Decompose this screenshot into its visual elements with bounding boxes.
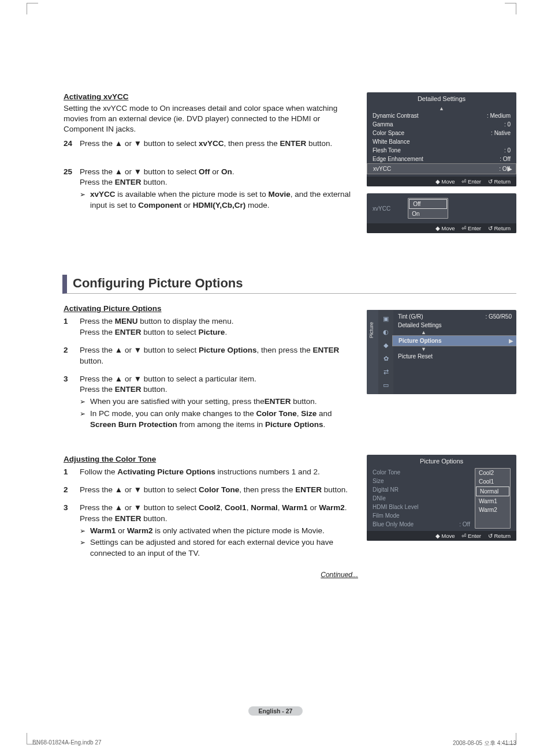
crop-mark xyxy=(27,3,38,14)
scroll-up-icon: ▲ xyxy=(398,330,512,335)
step-body: Press the ▲ or ▼ button to select a part… xyxy=(80,374,358,431)
osd-option-off: Off xyxy=(409,199,447,209)
osd-dropdown: Cool2 Cool1 Normal Warm1 Warm2 xyxy=(475,468,511,529)
osd-selected-row: xvYCC: Off▶ xyxy=(367,163,516,174)
osd-option: Warm1 xyxy=(475,497,510,506)
osd-title: Detailed Settings xyxy=(367,92,516,104)
step-number: 3 xyxy=(64,503,80,559)
subsection-adjusting-color-tone: Adjusting the Color Tone xyxy=(64,455,358,463)
icon-application: ▭ xyxy=(378,379,393,392)
step-number: 3 xyxy=(64,374,80,431)
step-body: Press the ▲ or ▼ button to select xvYCC,… xyxy=(80,139,358,149)
step-number: 25 xyxy=(64,167,80,212)
osd-footer: ◆ Move⏎ Enter↺ Return xyxy=(367,531,516,541)
step-number: 1 xyxy=(64,467,80,478)
print-timestamp: 2008-08-05 오후 4:41:13 xyxy=(453,739,516,747)
note-arrow-icon: ➢ xyxy=(80,396,90,407)
step-number: 2 xyxy=(64,345,80,367)
chevron-right-icon: ▶ xyxy=(508,166,512,172)
osd-option: Warm2 xyxy=(475,506,510,514)
osd-option-selected: Normal xyxy=(476,486,509,496)
osd-title: Picture Options xyxy=(367,455,516,467)
chevron-right-icon: ▶ xyxy=(509,338,513,344)
osd-footer: ◆ Move⏎ Enter↺ Return xyxy=(367,223,516,233)
osd-detailed-settings: Detailed Settings ▲ Dynamic Contrast: Me… xyxy=(367,92,516,186)
step-body: Press the ▲ or ▼ button to select Color … xyxy=(80,485,358,496)
page-number-pill: English - 27 xyxy=(248,706,303,716)
section-title: Configuring Picture Options xyxy=(62,275,516,294)
note-arrow-icon: ➢ xyxy=(80,409,90,431)
osd-footer: ◆ Move⏎ Enter↺ Return xyxy=(367,177,516,186)
step-body: Press the ▲ or ▼ button to select Off or… xyxy=(80,167,358,212)
osd-selected-row: Picture Options▶ xyxy=(392,335,516,346)
subsection-activating-xvycc: Activating xvYCC xyxy=(64,92,358,101)
icon-setup: ✿ xyxy=(378,352,393,365)
scroll-up-icon: ▲ xyxy=(373,106,511,111)
subsection-activating-picture-options: Activating Picture Options xyxy=(64,304,358,313)
osd-picture-options: Picture Options Color Tone Size Digital … xyxy=(367,455,516,541)
crop-mark xyxy=(505,3,516,14)
icon-sound: ◐ xyxy=(378,325,393,339)
scroll-down-icon: ▼ xyxy=(398,346,512,352)
print-filename: BN68-01824A-Eng.indb 27 xyxy=(32,739,102,747)
step-body: Press the ▲ or ▼ button to select Pictur… xyxy=(80,345,358,367)
note-arrow-icon: ➢ xyxy=(80,189,90,211)
step-number: 24 xyxy=(64,139,80,149)
osd-option: Cool2 xyxy=(475,469,510,477)
step-body: Follow the Activating Picture Options in… xyxy=(80,467,358,478)
osd-option-on: On xyxy=(408,209,448,218)
step-body: Press the ▲ or ▼ button to select Cool2,… xyxy=(80,503,358,559)
note-arrow-icon: ➢ xyxy=(80,526,90,537)
osd-option: Cool1 xyxy=(475,477,510,486)
note-arrow-icon: ➢ xyxy=(80,537,90,559)
step-body: Press the MENU button to display the men… xyxy=(80,316,358,338)
step-number: 1 xyxy=(64,316,80,338)
step-number: 2 xyxy=(64,485,80,496)
continued-label: Continued... xyxy=(64,571,358,579)
osd-picture-menu: Picture ▣ ◐ ◆ ✿ ⇄ ▭ Tint (G/R): G50/R50 … xyxy=(367,310,516,394)
osd-xvycc-select: xvYCC Off On ◆ Move⏎ Enter↺ Return xyxy=(367,193,516,233)
icon-picture: ▣ xyxy=(378,312,393,325)
paragraph: Setting the xvYCC mode to On increases d… xyxy=(64,103,358,135)
icon-channel: ◆ xyxy=(378,339,393,352)
osd-dropdown: Off On xyxy=(408,198,448,219)
icon-input: ⇄ xyxy=(378,365,393,379)
